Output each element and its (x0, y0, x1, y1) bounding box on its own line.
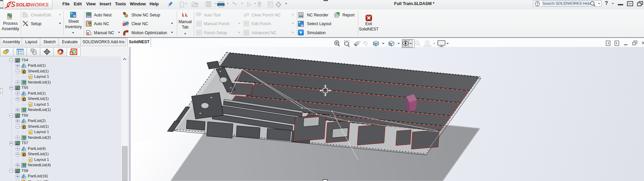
svg-text:?: ? (536, 2, 538, 6)
svg-text:!: ! (10, 15, 12, 20)
svg-text:123: 123 (299, 15, 303, 18)
